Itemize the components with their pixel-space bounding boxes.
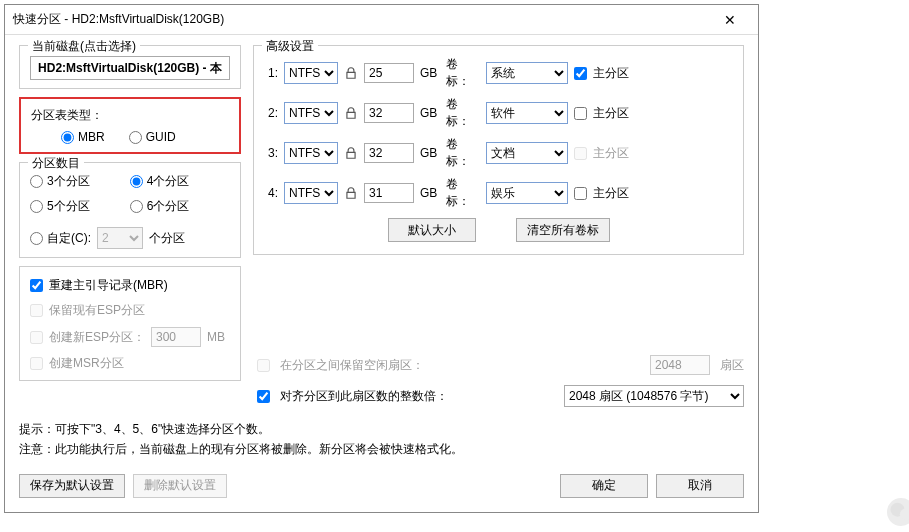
count-4-radio[interactable]: 4个分区 [130,173,190,190]
partition-count-group: 分区数目 3个分区 4个分区 5个分区 6个分区 自定(C): 2 [19,162,241,258]
rebuild-mbr-checkbox[interactable]: 重建主引导记录(MBR) [30,277,230,294]
count-custom-unit: 个分区 [149,230,185,247]
hint-line-1: 提示：可按下"3、4、5、6"快速选择分区个数。 [19,419,744,439]
partition-row: 4:NTFSGB卷标：娱乐主分区 [264,176,733,210]
hint-line-2: 注意：此功能执行后，当前磁盘上的现有分区将被删除。新分区将会被快速格式化。 [19,439,744,459]
cancel-button[interactable]: 取消 [656,474,744,498]
gap-sectors-input [650,355,710,375]
volume-label-select[interactable]: 娱乐 [486,182,568,204]
rebuild-group: 重建主引导记录(MBR) 保留现有ESP分区 创建新ESP分区： MB [19,266,241,381]
delete-default-button: 删除默认设置 [133,474,227,498]
lock-icon[interactable] [344,106,358,120]
svg-point-1 [900,509,909,521]
new-esp-checkbox [30,331,43,344]
row-index: 2: [264,106,278,120]
primary-partition-checkbox[interactable] [574,187,587,200]
partition-table-type-group: 分区表类型： MBR GUID [19,97,241,154]
filesystem-select[interactable]: NTFS [284,62,338,84]
dialog-window: 快速分区 - HD2:MsftVirtualDisk(120GB) ✕ 当前磁盘… [4,4,759,513]
size-input[interactable] [364,103,414,123]
primary-partition-label: 主分区 [593,185,629,202]
count-legend: 分区数目 [28,155,84,172]
align-sectors-checkbox[interactable] [257,390,270,403]
volume-label-select[interactable]: 文档 [486,142,568,164]
count-custom-radio[interactable]: 自定(C): [30,230,91,247]
volume-label-select[interactable]: 系统 [486,62,568,84]
size-unit: GB [420,146,440,160]
new-esp-size-input [151,327,201,347]
row-index: 3: [264,146,278,160]
clear-labels-button[interactable]: 清空所有卷标 [516,218,610,242]
partition-row: 1:NTFSGB卷标：系统主分区 [264,56,733,90]
filesystem-select[interactable]: NTFS [284,142,338,164]
lock-icon[interactable] [344,146,358,160]
default-size-button[interactable]: 默认大小 [388,218,476,242]
ptable-guid-radio[interactable]: GUID [129,130,176,144]
create-msr-checkbox: 创建MSR分区 [30,355,230,372]
size-input[interactable] [364,63,414,83]
size-input[interactable] [364,143,414,163]
lock-icon[interactable] [344,66,358,80]
primary-partition-checkbox[interactable] [574,67,587,80]
count-5-radio[interactable]: 5个分区 [30,198,90,215]
advanced-legend: 高级设置 [262,38,318,55]
size-unit: GB [420,186,440,200]
size-input[interactable] [364,183,414,203]
filesystem-select[interactable]: NTFS [284,182,338,204]
close-button[interactable]: ✕ [710,12,750,28]
count-custom-select[interactable]: 2 [97,227,143,249]
titlebar: 快速分区 - HD2:MsftVirtualDisk(120GB) ✕ [5,5,758,35]
new-esp-row: 创建新ESP分区： MB [30,327,230,347]
save-default-button[interactable]: 保存为默认设置 [19,474,125,498]
keep-esp-checkbox: 保留现有ESP分区 [30,302,230,319]
wechat-icon [887,498,909,526]
row-index: 4: [264,186,278,200]
ok-button[interactable]: 确定 [560,474,648,498]
volume-label-text: 卷标： [446,176,480,210]
count-6-radio[interactable]: 6个分区 [130,198,190,215]
size-unit: GB [420,66,440,80]
footer: 保存为默认设置 删除默认设置 确定 取消 [19,474,744,498]
primary-partition-checkbox[interactable] [574,107,587,120]
gap-sectors-row: 在分区之间保留空闲扇区： 扇区 [257,355,744,375]
row-index: 1: [264,66,278,80]
align-sectors-row: 对齐分区到此扇区数的整数倍： 2048 扇区 (1048576 字节) [257,385,744,407]
extra-options: 在分区之间保留空闲扇区： 扇区 对齐分区到此扇区数的整数倍： 2048 扇区 (… [253,355,744,407]
gap-sectors-checkbox [257,359,270,372]
filesystem-select[interactable]: NTFS [284,102,338,124]
ptable-mbr-radio[interactable]: MBR [61,130,105,144]
volume-label-text: 卷标： [446,136,480,170]
primary-partition-label: 主分区 [593,145,629,162]
primary-partition-label: 主分区 [593,65,629,82]
volume-label-text: 卷标： [446,96,480,130]
disk-select-dropdown[interactable]: HD2:MsftVirtualDisk(120GB) - 本 [30,56,230,80]
advanced-settings-group: 高级设置 1:NTFSGB卷标：系统主分区2:NTFSGB卷标：软件主分区3:N… [253,45,744,255]
svg-point-0 [890,503,904,517]
partition-row: 3:NTFSGB卷标：文档主分区 [264,136,733,170]
align-sectors-select[interactable]: 2048 扇区 (1048576 字节) [564,385,744,407]
hints: 提示：可按下"3、4、5、6"快速选择分区个数。 注意：此功能执行后，当前磁盘上… [19,419,744,460]
volume-label-text: 卷标： [446,56,480,90]
volume-label-select[interactable]: 软件 [486,102,568,124]
ptable-legend: 分区表类型： [31,107,229,124]
primary-partition-checkbox [574,147,587,160]
primary-partition-label: 主分区 [593,105,629,122]
current-disk-legend: 当前磁盘(点击选择) [28,38,140,55]
partition-row: 2:NTFSGB卷标：软件主分区 [264,96,733,130]
count-3-radio[interactable]: 3个分区 [30,173,90,190]
lock-icon[interactable] [344,186,358,200]
current-disk-group: 当前磁盘(点击选择) HD2:MsftVirtualDisk(120GB) - … [19,45,241,89]
watermark: 公众号 · 网管爱好者 [887,498,909,526]
window-title: 快速分区 - HD2:MsftVirtualDisk(120GB) [13,11,710,28]
size-unit: GB [420,106,440,120]
